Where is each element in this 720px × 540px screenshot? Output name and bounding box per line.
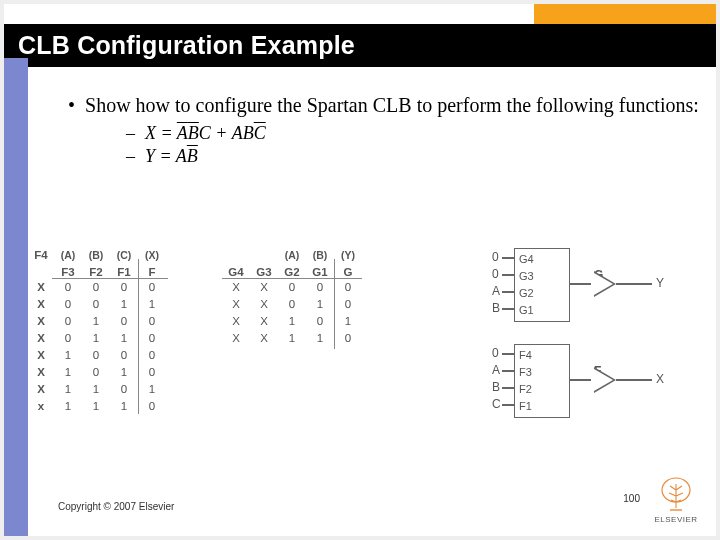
table-row: X0011 (28, 295, 166, 312)
publisher-logo: ELSEVIER (648, 476, 704, 524)
subbullet-y: – Y = AB (126, 146, 700, 167)
lutf-in-1: A (492, 363, 500, 377)
subbullet-x: – X = ABC + ABC (126, 123, 700, 144)
tree-icon (656, 476, 696, 514)
lutg-output: Y (656, 276, 664, 290)
truth-table-g: (A) (B) (Y) G4 G3 G2 G1 G XX000XX010XX10… (222, 244, 362, 346)
lutf-in-3: C (492, 397, 501, 411)
title-bar: CLB Configuration Example (4, 24, 716, 67)
lutg-in-1: 0 (492, 267, 499, 281)
buffer-icon (594, 367, 616, 393)
lut-f-box: F4 F3 F2 F1 (514, 344, 570, 418)
lut-g-box: G4 G3 G2 G1 (514, 248, 570, 322)
bullet-dot-icon: • (68, 92, 75, 119)
lutg-in-2: A (492, 284, 500, 298)
slide: CLB Configuration Example • Show how to … (4, 4, 716, 536)
dash-icon: – (126, 146, 135, 167)
table-f-name: F4 (28, 249, 54, 261)
table-row: X1101 (28, 380, 166, 397)
table-g-hline (222, 278, 362, 279)
table-f-divider (138, 259, 139, 414)
bullet-text: Show how to configure the Spartan CLB to… (85, 92, 699, 119)
subbullet-list: – X = ABC + ABC – Y = AB (126, 123, 700, 167)
left-stripe (4, 58, 28, 536)
table-row: X0110 (28, 329, 166, 346)
table-row: X0000 (28, 278, 166, 295)
content: • Show how to configure the Spartan CLB … (36, 84, 700, 169)
table-row: x1110 (28, 397, 166, 414)
slide-title: CLB Configuration Example (18, 31, 355, 60)
lutf-in-0: 0 (492, 346, 499, 360)
dash-icon: – (126, 123, 135, 144)
table-g-divider (334, 259, 335, 349)
copyright: Copyright © 2007 Elsevier (58, 501, 174, 512)
table-row: XX010 (222, 295, 362, 312)
lutf-output: X (656, 372, 664, 386)
lutg-in-0: 0 (492, 250, 499, 264)
equation-x: X = ABC + ABC (145, 123, 266, 144)
table-f-hline (52, 278, 168, 279)
lutf-in-2: B (492, 380, 500, 394)
truth-table-f: F4 (A) (B) (C) (X) F3 F2 F1 F X0000X0011… (28, 244, 166, 414)
table-row: XX110 (222, 329, 362, 346)
equation-y: Y = AB (145, 146, 198, 167)
table-row: XX101 (222, 312, 362, 329)
table-row: X1000 (28, 346, 166, 363)
bullet-main: • Show how to configure the Spartan CLB … (68, 92, 700, 119)
page-number: 100 (623, 493, 640, 504)
table-row: XX000 (222, 278, 362, 295)
accent-block (534, 4, 716, 24)
lutg-in-3: B (492, 301, 500, 315)
diagram-area: F4 (A) (B) (C) (X) F3 F2 F1 F X0000X0011… (26, 244, 706, 444)
publisher-name: ELSEVIER (648, 515, 704, 524)
table-row: X0100 (28, 312, 166, 329)
buffer-icon (594, 271, 616, 297)
table-row: X1010 (28, 363, 166, 380)
